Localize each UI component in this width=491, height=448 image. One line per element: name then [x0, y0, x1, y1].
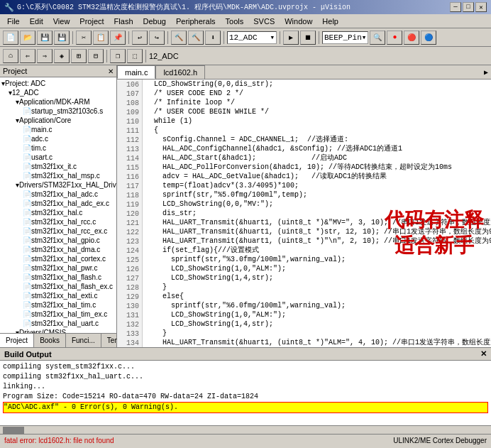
- menu-item-flash[interactable]: Flash: [110, 16, 138, 27]
- option2-button[interactable]: 🔵: [421, 31, 436, 45]
- menu-item-file[interactable]: File: [3, 16, 24, 27]
- target-dropdown[interactable]: 12_ADC ▾: [227, 31, 277, 44]
- tab-mainc[interactable]: main.c: [117, 65, 155, 79]
- build-button[interactable]: 🔨: [171, 31, 187, 45]
- minimize-button[interactable]: ─: [450, 2, 461, 12]
- menu-item-debug[interactable]: Debug: [139, 16, 170, 27]
- build-line-4: "ADC\ADC.axf" - 0 Error(s), 0 Warning(s)…: [3, 402, 488, 413]
- option1-button[interactable]: 🔴: [404, 31, 419, 45]
- rebuild-button[interactable]: 🔨: [188, 31, 204, 45]
- zoom-in-button[interactable]: 🔍: [370, 31, 385, 45]
- close-button[interactable]: ✕: [475, 2, 487, 12]
- tree-item-haldma[interactable]: 📄 stm32f1xx_hal_dma.c: [0, 245, 116, 254]
- code-line: HAL_UART_Transmit(&huart1, (uint8_t *)st…: [145, 227, 491, 236]
- tree-item-halflash[interactable]: 📄 stm32f1xx_hal_flash.c: [0, 273, 116, 282]
- tree-item-halcortex[interactable]: 📄 stm32f1xx_hal_cortex.c: [0, 254, 116, 263]
- code-line: temp=(float)adcv*(3.3/4095)*100;: [145, 181, 491, 190]
- menu-item-project[interactable]: Project: [75, 16, 108, 27]
- tree-item-mdkarm[interactable]: ▾ Application/MDK-ARM: [0, 97, 116, 106]
- item-icon: 📄: [23, 283, 31, 290]
- stop-button[interactable]: ⏹: [300, 31, 316, 45]
- code-line: if(set_flag){///设置模式: [145, 246, 491, 255]
- build-close[interactable]: ✕: [480, 349, 487, 359]
- tree-item-halpwr[interactable]: 📄 stm32f1xx_hal_pwr.c: [0, 263, 116, 273]
- tree-item-appcore[interactable]: ▾ Application/Core: [0, 116, 116, 125]
- scrollbar-thumb[interactable]: [3, 427, 24, 434]
- tree-item-startup[interactable]: 📄 startup_stm32f103c6.s: [0, 106, 116, 116]
- item-icon: 📄: [23, 236, 31, 244]
- window-title: G:\C系列\C0082 STM32温精次度检测报警仿真试\1. 程序代码\MD…: [17, 2, 351, 12]
- save-all-button[interactable]: 💾: [54, 31, 70, 45]
- t2-btn1[interactable]: ⌂: [3, 49, 18, 63]
- t2-btn7[interactable]: ❒: [110, 49, 126, 63]
- code-line: sprintf(str,"%5.0fmg/100ml",temp);: [145, 190, 491, 200]
- item-label: stm32f1xx_hal_gpio.c: [31, 236, 100, 244]
- horizontal-scrollbar[interactable]: [0, 425, 491, 434]
- copy-button[interactable]: 📋: [93, 31, 109, 45]
- tree-item-stm32msp[interactable]: 📄 stm32f1xx_hal_msp.c: [0, 171, 116, 180]
- tree-item-halrcc[interactable]: 📄 stm32f1xx_hal_rcc.c: [0, 217, 116, 226]
- t2-btn5[interactable]: ⊞: [71, 49, 87, 63]
- code-line: LCD_ShowString(1,4,str);: [145, 319, 491, 329]
- menu-item-svcs[interactable]: SVCS: [249, 16, 279, 27]
- tree-item-haltim[interactable]: 📄 stm32f1xx_hal_tim.c: [0, 300, 116, 310]
- panel-tab-project[interactable]: Project: [0, 334, 34, 347]
- item-icon: 📄: [23, 190, 31, 198]
- paste-button[interactable]: 📌: [110, 31, 126, 45]
- item-icon: 📄: [23, 292, 31, 300]
- tree-item-haltimex[interactable]: 📄 stm32f1xx_hal_tim_ex.c: [0, 310, 116, 319]
- code-content[interactable]: LCD_ShowString(0,0,dis_str); /* USER COD…: [143, 80, 491, 347]
- undo-button[interactable]: ↩: [132, 31, 148, 45]
- cut-button[interactable]: ✂: [76, 31, 92, 45]
- tree-item-cmsis-folder[interactable]: ▾ Drivers/CMSIS: [0, 328, 116, 333]
- tab-lcd[interactable]: lcd1602.h: [155, 65, 205, 79]
- debug-button[interactable]: ▶: [283, 31, 299, 45]
- open-button[interactable]: 📂: [20, 31, 35, 45]
- t2-btn2[interactable]: ⇐: [20, 49, 35, 63]
- tab-scroll-arrow[interactable]: ▶: [481, 65, 491, 79]
- menu-item-view[interactable]: View: [49, 16, 75, 27]
- t2-btn8[interactable]: ⬚: [127, 49, 143, 63]
- menu-item-help[interactable]: Help: [318, 16, 343, 27]
- panel-tab-books[interactable]: Books: [34, 334, 66, 347]
- new-file-button[interactable]: 📄: [3, 31, 18, 45]
- project-tree: ▾ Project: ADC ▾ 12_ADC ▾ Application/MD…: [0, 77, 116, 333]
- menu-item-window[interactable]: Window: [280, 16, 316, 27]
- tree-item-halrccex[interactable]: 📄 stm32f1xx_hal_rcc_ex.c: [0, 226, 116, 236]
- menu-item-tools[interactable]: Tools: [221, 16, 248, 27]
- beep-dropdown[interactable]: BEEP_Pin ▾: [322, 31, 368, 44]
- run-button[interactable]: ●: [387, 31, 402, 45]
- tree-item-stm32it[interactable]: 📄 stm32f1xx_it.c: [0, 162, 116, 171]
- project-panel-close[interactable]: ✕: [108, 67, 114, 75]
- tree-item-adcc[interactable]: 📄 adc.c: [0, 134, 116, 143]
- download-button[interactable]: ⬇: [205, 31, 221, 45]
- code-line: HAL_ADC_Start(&hadc1); //启动ADC: [145, 153, 491, 163]
- tree-item-haladc[interactable]: 📄 stm32f1xx_hal_adc.c: [0, 190, 116, 199]
- maximize-button[interactable]: □: [463, 2, 474, 12]
- tree-item-halflashex[interactable]: 📄 stm32f1xx_hal_flash_ex.c: [0, 282, 116, 291]
- sep7: [106, 50, 107, 62]
- tree-item-drivers[interactable]: ▾ Drivers/STM32F1xx_HAL_Driver: [0, 180, 116, 190]
- panel-tab-func[interactable]: Funci...: [66, 334, 101, 347]
- save-button[interactable]: 💾: [37, 31, 53, 45]
- item-label: Application/Core: [19, 116, 71, 124]
- menu-item-peripherals[interactable]: Peripherals: [172, 16, 220, 27]
- tree-item-usartc[interactable]: 📄 usart.c: [0, 153, 116, 162]
- t2-btn4[interactable]: ◈: [54, 49, 70, 63]
- tree-root[interactable]: ▾ Project: ADC: [0, 79, 116, 88]
- tree-item-haladcex[interactable]: 📄 stm32f1xx_hal_adc_ex.c: [0, 199, 116, 208]
- tree-item-12adc[interactable]: ▾ 12_ADC: [0, 88, 116, 97]
- tree-item-halgpio[interactable]: 📄 stm32f1xx_hal_gpio.c: [0, 236, 116, 245]
- tree-item-mainc[interactable]: 📄 main.c: [0, 125, 116, 134]
- menu-item-edit[interactable]: Edit: [26, 16, 48, 27]
- tree-item-halexti[interactable]: 📄 stm32f1xx_hal_exti.c: [0, 291, 116, 300]
- code-line: /* USER CODE BEGIN WHILE */: [145, 107, 491, 116]
- redo-button[interactable]: ↪: [149, 31, 165, 45]
- t2-btn6[interactable]: ⊟: [88, 49, 104, 63]
- tree-item-timc[interactable]: 📄 tim.c: [0, 143, 116, 153]
- tree-item-hal[interactable]: 📄 stm32f1xx_hal.c: [0, 208, 116, 217]
- tree-item-haluart[interactable]: 📄 stm32f1xx_hal_uart.c: [0, 319, 116, 328]
- t2-btn3[interactable]: ⇒: [37, 49, 53, 63]
- item-label: main.c: [31, 126, 52, 133]
- code-line: /* USER CODE END 2 */: [145, 89, 491, 98]
